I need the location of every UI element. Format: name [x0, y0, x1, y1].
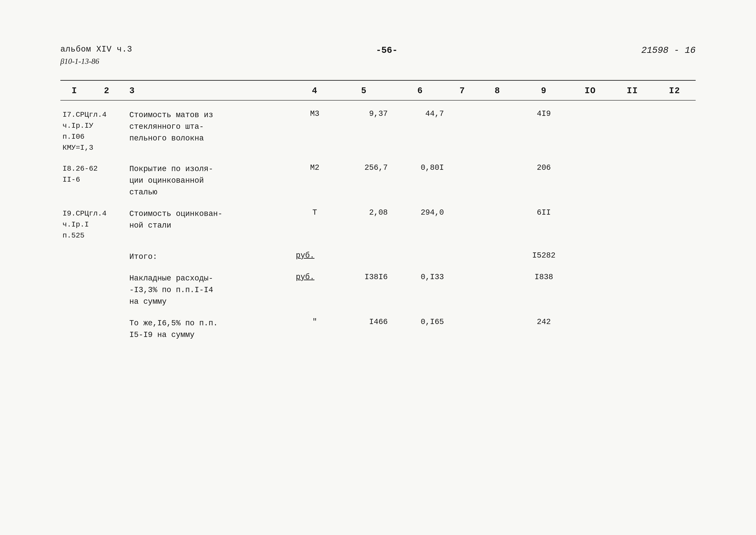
col-header-8: 8	[476, 82, 519, 100]
tozhe-col5: I466	[336, 316, 392, 343]
row1-col7	[448, 108, 476, 155]
page-number: -56-	[376, 45, 398, 56]
tozhe-col6: 0,I65	[392, 316, 448, 343]
nakladnye-unit: руб.	[294, 271, 336, 309]
itogo-col8	[476, 249, 519, 265]
col-header-12: I2	[653, 82, 696, 100]
row3-col9: 6II	[519, 207, 569, 243]
row3-col5: 2,08	[336, 207, 392, 243]
spacer-6	[60, 309, 696, 316]
itogo-col7	[448, 249, 476, 265]
table-row-itogo: Итого: руб. I5282	[60, 249, 696, 265]
row2-col11	[611, 161, 654, 200]
row1-unit: М3	[294, 108, 336, 155]
nakladnye-desc: Накладные расходы- -I3,3% по п.п.I-I4 на…	[125, 271, 294, 309]
doc-number: 21598 - 16	[641, 45, 696, 56]
row3-unit: Т	[294, 207, 336, 243]
tozhe-col9: 242	[519, 316, 569, 343]
row2-code: I8.26-62 II-6	[60, 161, 125, 200]
tozhe-col8	[476, 316, 519, 343]
itogo-empty	[60, 249, 125, 265]
tozhe-desc: То же,I6,5% по п.п. I5-I9 на сумму	[125, 316, 294, 343]
table-row-nakladnye: Накладные расходы- -I3,3% по п.п.I-I4 на…	[60, 271, 696, 309]
spacer-4	[60, 243, 696, 249]
itogo-unit-text: руб.	[296, 251, 314, 260]
row1-col12	[653, 108, 696, 155]
nakladnye-col9: I838	[519, 271, 569, 309]
row2-col7	[448, 161, 476, 200]
tozhe-col12	[653, 316, 696, 343]
row1-col5: 9,37	[336, 108, 392, 155]
nakladnye-col11	[611, 271, 654, 309]
row1-col8	[476, 108, 519, 155]
col-header-6: 6	[392, 82, 448, 100]
table-row: I9.СРЦгл.4 ч.Iр.I п.525 Стоимость оцинко…	[60, 207, 696, 243]
row1-desc: Стоимость матов из стеклянного шта- пель…	[125, 108, 294, 155]
tozhe-empty	[60, 316, 125, 343]
itogo-col11	[611, 249, 654, 265]
itogo-label: Итого:	[125, 249, 294, 265]
row3-col7	[448, 207, 476, 243]
row3-col10	[569, 207, 611, 243]
nakladnye-col7	[448, 271, 476, 309]
col-header-2: 2	[88, 82, 125, 100]
header-area: альбом XIV ч.3 β10-1-13-86 -56- 21598 - …	[60, 43, 696, 67]
spacer-3	[60, 200, 696, 207]
col-header-9: 9	[519, 82, 569, 100]
row3-desc: Стоимость оцинкован- ной стали	[125, 207, 294, 243]
col-header-1: I	[60, 82, 88, 100]
nakladnye-col10	[569, 271, 611, 309]
col-header-3: 3	[125, 82, 294, 100]
tozhe-unit: "	[294, 316, 336, 343]
row1-col9: 4I9	[519, 108, 569, 155]
itogo-col6	[392, 249, 448, 265]
itogo-col12	[653, 249, 696, 265]
tozhe-col7	[448, 316, 476, 343]
table-row: I8.26-62 II-6 Покрытие по изоля- ции оци…	[60, 161, 696, 200]
itogo-col9: I5282	[519, 249, 569, 265]
nakladnye-col8	[476, 271, 519, 309]
row3-col6: 294,0	[392, 207, 448, 243]
col-header-5: 5	[336, 82, 392, 100]
nakladnye-empty	[60, 271, 125, 309]
main-table: I 2 3 4 5 6 7 8 9 IO II I2 I7.СРЦгл.4 ч.…	[60, 80, 696, 343]
page: альбом XIV ч.3 β10-1-13-86 -56- 21598 - …	[0, 0, 756, 535]
spacer-1	[60, 101, 696, 108]
col-header-7: 7	[448, 82, 476, 100]
table-row-tozhe: То же,I6,5% по п.п. I5-I9 на сумму " I46…	[60, 316, 696, 343]
row2-unit: М2	[294, 161, 336, 200]
row3-col12	[653, 207, 696, 243]
row2-col10	[569, 161, 611, 200]
row2-desc: Покрытие по изоля- ции оцинкованной стал…	[125, 161, 294, 200]
col-header-11: II	[611, 82, 654, 100]
column-header-row: I 2 3 4 5 6 7 8 9 IO II I2	[60, 82, 696, 100]
tozhe-col11	[611, 316, 654, 343]
tozhe-col10	[569, 316, 611, 343]
header-left: альбом XIV ч.3 β10-1-13-86	[60, 43, 132, 67]
row2-col5: 256,7	[336, 161, 392, 200]
col-header-4: 4	[294, 82, 336, 100]
nakladnye-col5: I38I6	[336, 271, 392, 309]
row3-col8	[476, 207, 519, 243]
nakladnye-unit-text: руб.	[296, 273, 314, 282]
row3-col11	[611, 207, 654, 243]
itogo-col5	[336, 249, 392, 265]
album-subtitle: β10-1-13-86	[60, 55, 132, 67]
row1-code: I7.СРЦгл.4 ч.Iр.IУ п.I06 КМУ=I,3	[60, 108, 125, 155]
itogo-col10	[569, 249, 611, 265]
itogo-unit: руб.	[294, 249, 336, 265]
row1-col10	[569, 108, 611, 155]
row3-code: I9.СРЦгл.4 ч.Iр.I п.525	[60, 207, 125, 243]
row2-col9: 206	[519, 161, 569, 200]
row2-col12	[653, 161, 696, 200]
row1-col6: 44,7	[392, 108, 448, 155]
row2-col8	[476, 161, 519, 200]
table-row: I7.СРЦгл.4 ч.Iр.IУ п.I06 КМУ=I,3 Стоимос…	[60, 108, 696, 155]
nakladnye-col12	[653, 271, 696, 309]
spacer-5	[60, 265, 696, 271]
spacer-2	[60, 155, 696, 161]
col-header-10: IO	[569, 82, 611, 100]
row2-col6: 0,80I	[392, 161, 448, 200]
nakladnye-col6: 0,I33	[392, 271, 448, 309]
row1-col11	[611, 108, 654, 155]
